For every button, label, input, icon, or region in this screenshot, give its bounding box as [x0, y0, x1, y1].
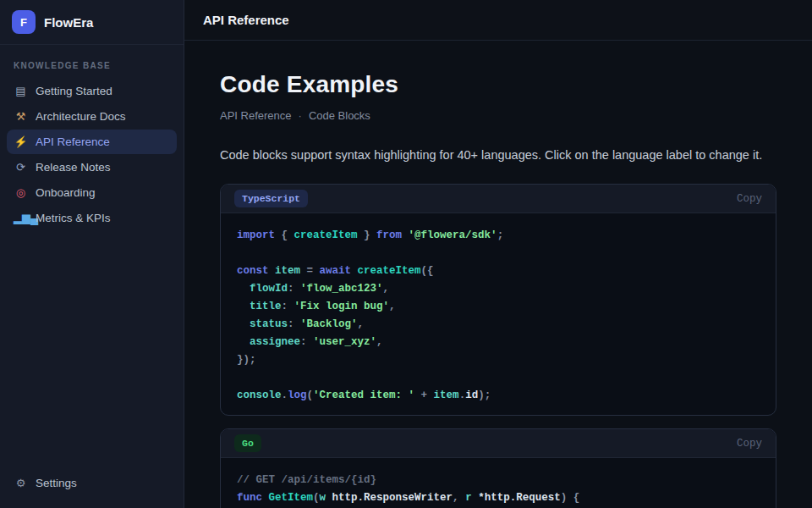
breadcrumb-separator: ·	[299, 109, 302, 122]
page-title: Code Examples	[220, 71, 776, 98]
code-line: });	[237, 351, 760, 369]
construction-icon: ⚒	[14, 110, 28, 123]
code-line: assignee: 'user_xyz',	[237, 334, 760, 351]
sidebar-item-label: Getting Started	[36, 85, 112, 97]
breadcrumb-item[interactable]: API Reference	[220, 109, 292, 122]
brand: F FlowEra	[0, 0, 184, 45]
breadcrumb: API Reference · Code Blocks	[220, 109, 776, 122]
code-line: func GetItem(w http.ResponseWriter, r *h…	[237, 489, 760, 507]
intro-text: Code blocks support syntax highlighting …	[220, 148, 776, 162]
bar-chart-icon: ▂▆▄	[14, 212, 28, 224]
breadcrumb-item[interactable]: Code Blocks	[309, 109, 370, 122]
code-line: const item = await createItem({	[237, 262, 760, 280]
code-line: flowId: 'flow_abc123',	[237, 280, 760, 298]
sidebar-item-onboarding[interactable]: ◎Onboarding	[7, 180, 177, 205]
sidebar-item-settings[interactable]: ⚙ Settings	[7, 471, 177, 494]
language-badge[interactable]: Go	[234, 434, 261, 452]
code-content: // GET /api/items/{id}func GetItem(w htt…	[221, 458, 776, 508]
document-icon: ▤	[14, 85, 28, 97]
code-block-go: GoCopy// GET /api/items/{id}func GetItem…	[220, 428, 776, 508]
topbar-title: API Reference	[203, 13, 289, 27]
language-badge[interactable]: TypeScript	[234, 190, 308, 207]
code-line: import { createItem } from '@flowera/sdk…	[237, 227, 760, 245]
sidebar: F FlowEra KNOWLEDGE BASE ▤Getting Starte…	[0, 0, 184, 508]
code-line: console.log('Created item: ' + item.id);	[237, 387, 760, 405]
sidebar-item-label: Architecture Docs	[36, 110, 126, 123]
sidebar-footer: ⚙ Settings	[7, 471, 177, 494]
code-block-header: GoCopy	[221, 429, 776, 458]
copy-button[interactable]: Copy	[737, 438, 762, 450]
content: Code Examples API Reference · Code Block…	[184, 41, 812, 508]
brand-name: FlowEra	[44, 15, 93, 30]
code-block-typescript: TypeScriptCopyimport { createItem } from…	[220, 184, 776, 416]
brand-logo-icon: F	[12, 10, 36, 34]
sidebar-item-architecture-docs[interactable]: ⚒Architecture Docs	[7, 104, 177, 129]
code-line	[237, 245, 760, 262]
code-content: import { createItem } from '@flowera/sdk…	[221, 213, 776, 415]
sidebar-item-metrics-kpis[interactable]: ▂▆▄Metrics & KPIs	[7, 206, 177, 230]
sidebar-item-api-reference[interactable]: ⚡API Reference	[7, 130, 177, 154]
code-line: title: 'Fix login bug',	[237, 298, 760, 316]
code-block-header: TypeScriptCopy	[221, 185, 776, 213]
main-area: API Reference Code Examples API Referenc…	[184, 0, 812, 508]
copy-button[interactable]: Copy	[737, 193, 762, 205]
sidebar-item-label: Onboarding	[36, 186, 96, 199]
code-line: status: 'Backlog',	[237, 316, 760, 334]
sidebar-item-release-notes[interactable]: ⟳Release Notes	[7, 155, 177, 179]
code-line: // GET /api/items/{id}	[237, 472, 760, 489]
refresh-icon: ⟳	[14, 161, 28, 174]
code-line	[237, 369, 760, 387]
sidebar-item-getting-started[interactable]: ▤Getting Started	[7, 79, 177, 103]
code-blocks: TypeScriptCopyimport { createItem } from…	[220, 184, 776, 508]
sidebar-section-label: KNOWLEDGE BASE	[14, 61, 170, 70]
app-window: F FlowEra KNOWLEDGE BASE ▤Getting Starte…	[0, 0, 812, 508]
lightning-icon: ⚡	[14, 135, 28, 148]
topbar: API Reference	[184, 0, 812, 41]
target-icon: ◎	[14, 186, 28, 199]
sidebar-item-label: Settings	[36, 477, 77, 489]
sidebar-nav: ▤Getting Started⚒Architecture Docs⚡API R…	[0, 79, 184, 230]
gear-icon: ⚙	[14, 477, 28, 489]
sidebar-item-label: Metrics & KPIs	[36, 212, 111, 224]
sidebar-item-label: API Reference	[36, 135, 110, 148]
sidebar-item-label: Release Notes	[36, 161, 111, 174]
